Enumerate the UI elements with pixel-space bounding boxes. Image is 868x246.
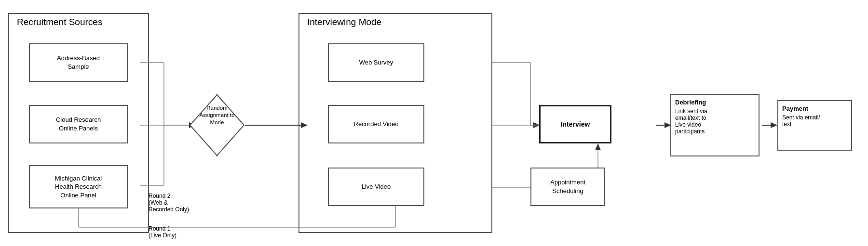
web-survey-box: Web Survey xyxy=(328,43,424,82)
appointment-scheduling-box: AppointmentScheduling xyxy=(530,168,605,206)
recorded-video-label: Recorded Video xyxy=(354,120,399,129)
debriefing-text: Link sent viaemail/text toLive videopart… xyxy=(675,108,755,135)
recorded-video-box: Recorded Video xyxy=(328,105,424,143)
interview-box: Interview xyxy=(539,105,611,143)
interviewing-title: Interviewing Mode xyxy=(307,17,381,27)
svg-marker-19 xyxy=(595,143,601,150)
appointment-label: AppointmentScheduling xyxy=(550,178,585,195)
debriefing-box: Debriefing Link sent viaemail/text toLiv… xyxy=(670,94,760,156)
payment-box: Payment Sent via email/text xyxy=(777,100,852,151)
payment-text: Sent via email/text xyxy=(782,114,847,128)
debriefing-title: Debriefing xyxy=(675,99,755,106)
diamond-svg: RandomAssignment toMode xyxy=(189,94,245,156)
interview-label: Interview xyxy=(561,120,590,129)
live-video-box: Live Video xyxy=(328,168,424,206)
recruitment-title: Recruitment Sources xyxy=(17,17,102,27)
round1-label: Round 1(Live Only) xyxy=(149,225,211,239)
svg-marker-23 xyxy=(771,122,777,128)
abs-label: Address-BasedSample xyxy=(57,54,100,71)
cloud-research-box: Cloud ResearchOnline Panels xyxy=(29,105,128,143)
live-video-label: Live Video xyxy=(362,182,391,191)
random-assignment-diamond: RandomAssignment toMode xyxy=(189,94,245,156)
michigan-clinical-box: Michigan ClinicalHealth ResearchOnline P… xyxy=(29,165,128,208)
round2-label: Round 2(Web &Recorded Only) xyxy=(149,193,211,213)
diagram-container: Recruitment Sources Address-BasedSample … xyxy=(0,0,868,246)
address-based-sample-box: Address-BasedSample xyxy=(29,43,128,82)
svg-marker-10 xyxy=(301,122,308,128)
mch-label: Michigan ClinicalHealth ResearchOnline P… xyxy=(55,174,102,200)
crp-label: Cloud ResearchOnline Panels xyxy=(56,116,101,132)
payment-title: Payment xyxy=(782,105,847,112)
web-survey-label: Web Survey xyxy=(359,58,393,67)
